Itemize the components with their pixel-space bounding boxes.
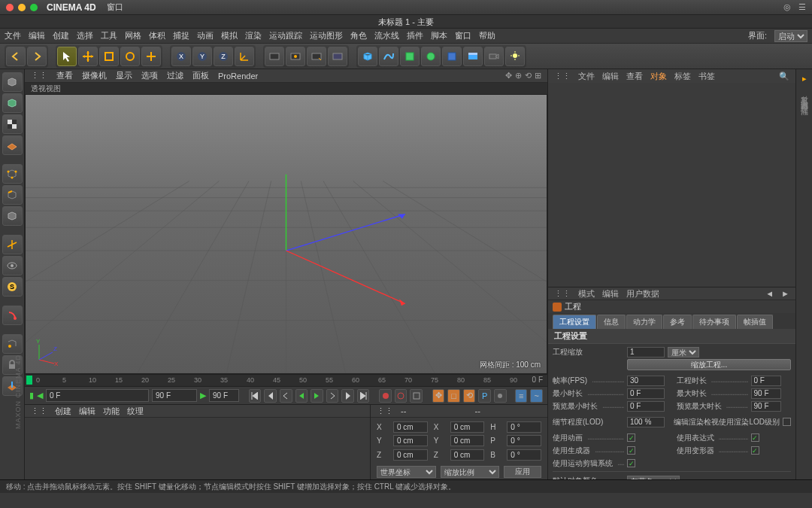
menu-animate[interactable]: 动画 [197, 30, 214, 41]
use-gen-check[interactable] [627, 446, 635, 455]
add-generator[interactable] [400, 47, 420, 66]
attr-tab-todo[interactable]: 待办事项 [692, 315, 736, 329]
last-tool[interactable] [141, 47, 161, 66]
coord-space-select[interactable]: 世界坐标 [377, 466, 436, 478]
attr-tab-ref[interactable]: 参考 [663, 315, 692, 329]
layout-select[interactable]: 启动 [774, 30, 807, 42]
attr-nav-back[interactable]: ◄ [765, 289, 774, 298]
menu-render[interactable]: 渲染 [245, 30, 262, 41]
key-pla[interactable] [494, 389, 507, 403]
axis-z-lock[interactable]: Z [214, 47, 233, 66]
add-spline[interactable] [379, 47, 398, 66]
menu-snap[interactable]: 捕捉 [173, 30, 189, 41]
attr-tab-info[interactable]: 信息 [597, 315, 626, 329]
vp-nav-zoom-icon[interactable]: ⊕ [515, 71, 522, 81]
obj-search-icon[interactable]: 🔍 [779, 71, 789, 81]
obj-tab-view[interactable]: 查看 [626, 71, 643, 82]
soft-select[interactable] [2, 306, 23, 325]
menu-window[interactable]: 窗口 [455, 30, 471, 41]
range-start-field[interactable] [46, 389, 149, 402]
next-frame[interactable] [326, 389, 339, 403]
goto-end[interactable] [357, 389, 370, 403]
render-picture[interactable] [328, 47, 347, 66]
vp-grip-icon[interactable]: ⋮⋮ [31, 71, 47, 81]
add-camera[interactable] [484, 47, 504, 66]
key-options[interactable] [410, 389, 423, 403]
coord-y[interactable] [393, 435, 428, 446]
axis-widget[interactable]: YXZ [32, 337, 62, 367]
menu-character[interactable]: 角色 [350, 30, 367, 41]
tweak-mode[interactable] [2, 334, 23, 354]
add-light[interactable] [505, 47, 525, 66]
add-generator2[interactable] [421, 47, 441, 66]
playhead[interactable] [26, 376, 32, 385]
prev-min-field[interactable] [627, 401, 665, 412]
vp-menu-prorender[interactable]: ProRender [218, 71, 258, 81]
project-scale[interactable] [627, 347, 665, 357]
scale-tool[interactable] [99, 47, 119, 66]
rot-p[interactable] [507, 435, 541, 446]
next-key[interactable] [341, 389, 354, 403]
attr-menu-edit[interactable]: 编辑 [602, 288, 619, 300]
menu-select[interactable]: 选择 [77, 30, 93, 41]
attr-grip[interactable]: ⋮⋮ [554, 289, 571, 299]
attr-menu-userdata[interactable]: 用户数据 [626, 288, 659, 300]
edge-mode[interactable] [2, 185, 23, 205]
polygon-mode[interactable] [2, 206, 23, 226]
snap-toggle[interactable]: S [2, 277, 23, 297]
lod-field[interactable] [627, 417, 665, 427]
coord-system[interactable] [235, 47, 254, 66]
attr-tab-interp[interactable]: 帧插值 [737, 315, 773, 329]
axis-mode[interactable] [2, 235, 23, 254]
viewport-solo[interactable] [2, 256, 23, 275]
use-expr-check[interactable] [751, 433, 759, 442]
range-end-field[interactable] [152, 389, 197, 402]
obj-grip[interactable]: ⋮⋮ [554, 71, 571, 81]
redo-button[interactable] [27, 47, 47, 66]
menu-tools[interactable]: 工具 [101, 30, 117, 41]
prev-max-field[interactable] [751, 401, 781, 412]
menu-motiontrack[interactable]: 运动跟踪 [269, 30, 302, 41]
vp-nav-move-icon[interactable]: ✥ [505, 71, 512, 81]
vp-menu-options[interactable]: 选项 [141, 70, 158, 81]
mat-menu-func[interactable]: 功能 [103, 406, 120, 417]
obj-tab-file[interactable]: 文件 [578, 71, 595, 82]
render-view[interactable] [265, 47, 284, 66]
proj-time-field[interactable] [751, 376, 781, 386]
menu-plugins[interactable]: 插件 [407, 30, 423, 41]
timeline-dopesheet[interactable]: ≡ [515, 389, 528, 403]
mat-grip-icon[interactable]: ⋮⋮ [31, 406, 47, 416]
workplane-mode[interactable] [2, 135, 23, 155]
obj-tab-bookmarks[interactable]: 书签 [698, 71, 715, 82]
autokey[interactable] [395, 389, 408, 403]
list-icon[interactable]: ☰ [798, 2, 806, 12]
menu-volume[interactable]: 体积 [149, 30, 165, 41]
minimize-window[interactable] [18, 4, 26, 11]
fps-field[interactable] [627, 376, 665, 386]
obj-tab-tags[interactable]: 标签 [674, 71, 691, 82]
min-time-field[interactable] [627, 388, 665, 399]
axis-x-lock[interactable]: X [171, 47, 191, 66]
viewport-perspective[interactable]: YXZ 网格间距 : 100 cm [25, 94, 547, 374]
record-key[interactable] [379, 389, 392, 403]
make-editable[interactable] [2, 72, 23, 92]
vp-menu-camera[interactable]: 摄像机 [82, 70, 107, 81]
vp-menu-panel[interactable]: 面板 [192, 70, 209, 81]
key-rot[interactable]: ⟲ [463, 389, 476, 403]
cc-icon[interactable]: ◎ [783, 2, 791, 12]
prev-key[interactable] [264, 389, 277, 403]
move-tool[interactable] [78, 47, 98, 66]
menu-mesh[interactable]: 网格 [125, 30, 141, 41]
object-tree[interactable] [548, 83, 795, 287]
size-z[interactable] [450, 449, 485, 461]
rot-b[interactable] [507, 449, 541, 461]
key-pos[interactable]: ✥ [432, 389, 445, 403]
close-window[interactable] [6, 4, 14, 11]
use-anim-check[interactable] [627, 433, 635, 442]
app-menu-window[interactable]: 窗口 [107, 2, 123, 13]
attr-tab-project[interactable]: 工程设置 [553, 315, 596, 329]
menu-help[interactable]: 帮助 [479, 30, 495, 41]
obj-tab-objects[interactable]: 对象 [650, 71, 667, 82]
axis-y-lock[interactable]: Y [192, 47, 212, 66]
key-param[interactable]: P [478, 389, 491, 403]
